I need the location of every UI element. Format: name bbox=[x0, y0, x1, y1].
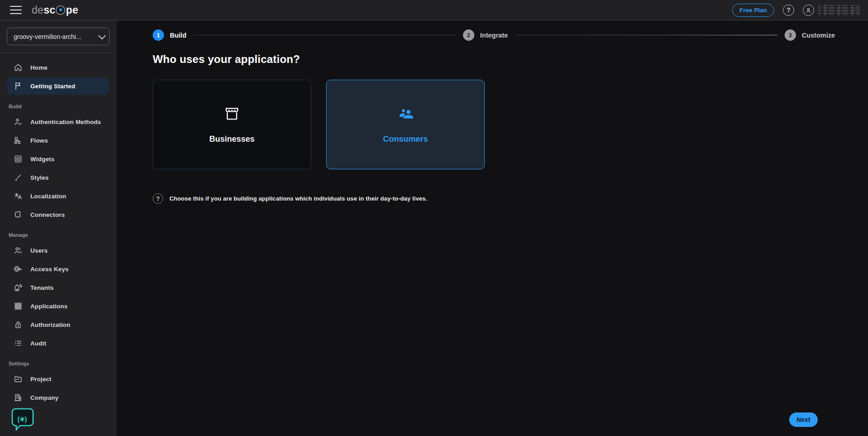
sidebar-item-label: Styles bbox=[30, 174, 48, 181]
company-icon bbox=[13, 393, 23, 402]
widgets-icon bbox=[13, 154, 23, 164]
stepper-connector bbox=[515, 35, 777, 36]
puzzle-icon bbox=[13, 210, 23, 220]
sidebar-item-styles[interactable]: Styles bbox=[7, 169, 109, 186]
topbar-right: Free Plan ? bbox=[732, 4, 860, 17]
step-integrate: 2 Integrate bbox=[463, 29, 508, 41]
step-2-label: Integrate bbox=[480, 32, 508, 39]
sidebar-item-tenants[interactable]: Tenants bbox=[7, 279, 109, 296]
stepper-connector bbox=[193, 35, 456, 36]
sidebar-item-label: Project bbox=[30, 376, 51, 383]
chat-widget-button[interactable]: (✳) bbox=[10, 407, 34, 431]
sidebar-item-authorization[interactable]: Authorization bbox=[7, 316, 109, 333]
sidebar-item-label: Tenants bbox=[30, 284, 53, 291]
help-icon[interactable]: ? bbox=[783, 5, 794, 16]
flag-icon bbox=[13, 81, 23, 91]
people-icon bbox=[396, 105, 415, 123]
sidebar-nav: Home Getting Started Build Authenticatio… bbox=[0, 53, 116, 406]
descope-logo-o-icon bbox=[56, 5, 65, 15]
step-2-circle: 2 bbox=[463, 29, 474, 41]
folder-icon bbox=[13, 374, 23, 384]
page-title: Who uses your application? bbox=[153, 53, 868, 66]
free-plan-badge[interactable]: Free Plan bbox=[732, 4, 774, 17]
sidebar: groovy-vermilion-archi... Home Getting S… bbox=[0, 20, 116, 436]
sidebar-item-label: Authorization bbox=[30, 321, 70, 328]
sidebar-item-label: Audit bbox=[30, 340, 46, 347]
brush-icon bbox=[13, 173, 23, 182]
sidebar-item-widgets[interactable]: Widgets bbox=[7, 150, 109, 168]
sidebar-item-label: Users bbox=[30, 247, 48, 254]
sidebar-item-flows[interactable]: Flows bbox=[7, 132, 109, 149]
sidebar-section-manage: Manage bbox=[7, 232, 109, 238]
sidebar-item-authentication-methods[interactable]: Authentication Methods bbox=[7, 113, 109, 130]
home-icon bbox=[13, 63, 23, 72]
card-consumers[interactable]: Consumers bbox=[326, 80, 485, 169]
onboarding-stepper: 1 Build 2 Integrate 3 Customize bbox=[116, 20, 868, 41]
main-content: 1 Build 2 Integrate 3 Customize Who uses… bbox=[116, 20, 868, 436]
sidebar-section-settings: Settings bbox=[7, 361, 109, 366]
project-selector[interactable]: groovy-vermilion-archi... bbox=[7, 28, 110, 45]
sidebar-item-access-keys[interactable]: Access Keys bbox=[7, 260, 109, 278]
sidebar-section-build: Build bbox=[7, 104, 109, 109]
audit-list-icon bbox=[13, 339, 23, 348]
project-selector-value: groovy-vermilion-archi... bbox=[14, 33, 95, 40]
grid-icon bbox=[13, 302, 23, 311]
sidebar-item-label: Company bbox=[30, 394, 58, 401]
logo-text-sc: sc bbox=[43, 4, 55, 16]
sidebar-item-label: Localization bbox=[30, 193, 66, 200]
sidebar-item-home[interactable]: Home bbox=[7, 59, 109, 76]
sidebar-item-audit[interactable]: Audit bbox=[7, 335, 109, 352]
descope-logo: descpe bbox=[32, 4, 78, 16]
card-label: Businesses bbox=[209, 134, 255, 144]
sidebar-item-label: Widgets bbox=[30, 156, 54, 163]
step-build: 1 Build bbox=[153, 29, 186, 41]
logo-text-pe: pe bbox=[66, 4, 78, 16]
sidebar-item-label: Flows bbox=[30, 137, 48, 144]
lock-icon bbox=[13, 320, 23, 330]
person-check-icon bbox=[13, 117, 23, 127]
storefront-icon bbox=[223, 105, 241, 123]
hint-row: ? Choose this if you are building applic… bbox=[153, 193, 868, 204]
next-button[interactable]: Next bbox=[789, 412, 818, 427]
step-3-label: Customize bbox=[802, 32, 835, 39]
card-businesses[interactable]: Businesses bbox=[153, 80, 311, 169]
step-1-circle: 1 bbox=[153, 29, 164, 41]
chevron-down-icon bbox=[98, 32, 106, 39]
hint-text: Choose this if you are building applicat… bbox=[169, 195, 427, 202]
audience-cards: Businesses Consumers bbox=[153, 80, 868, 169]
step-3-circle: 3 bbox=[785, 29, 796, 41]
sidebar-item-project[interactable]: Project bbox=[7, 370, 109, 388]
step-customize: 3 Customize bbox=[785, 29, 835, 41]
account-avatar-icon[interactable] bbox=[803, 5, 814, 16]
tenant-icon bbox=[13, 283, 23, 292]
sidebar-item-label: Authentication Methods bbox=[30, 119, 101, 125]
sidebar-item-label: Getting Started bbox=[30, 83, 75, 90]
card-label: Consumers bbox=[383, 134, 428, 144]
account-name-redacted bbox=[818, 5, 860, 15]
sidebar-item-users[interactable]: Users bbox=[7, 242, 109, 259]
step-1-label: Build bbox=[170, 32, 186, 39]
flow-icon bbox=[13, 136, 23, 145]
sidebar-item-label: Connectors bbox=[30, 211, 65, 218]
question-circle-icon: ? bbox=[153, 193, 163, 204]
sidebar-item-localization[interactable]: Localization bbox=[7, 187, 109, 205]
sidebar-item-getting-started[interactable]: Getting Started bbox=[7, 77, 109, 95]
topbar: descpe Free Plan ? bbox=[0, 0, 868, 20]
sidebar-item-label: Home bbox=[30, 64, 48, 71]
translate-icon bbox=[13, 192, 23, 201]
users-icon bbox=[13, 246, 23, 255]
sidebar-item-label: Access Keys bbox=[30, 266, 68, 273]
svg-text:(✳): (✳) bbox=[17, 416, 27, 423]
hamburger-menu-icon[interactable] bbox=[10, 6, 22, 14]
sidebar-item-company[interactable]: Company bbox=[7, 389, 109, 406]
logo-text-de: de bbox=[32, 4, 43, 16]
key-icon bbox=[13, 264, 23, 274]
sidebar-item-label: Applications bbox=[30, 303, 68, 310]
sidebar-item-connectors[interactable]: Connectors bbox=[7, 206, 109, 223]
sidebar-item-applications[interactable]: Applications bbox=[7, 297, 109, 315]
